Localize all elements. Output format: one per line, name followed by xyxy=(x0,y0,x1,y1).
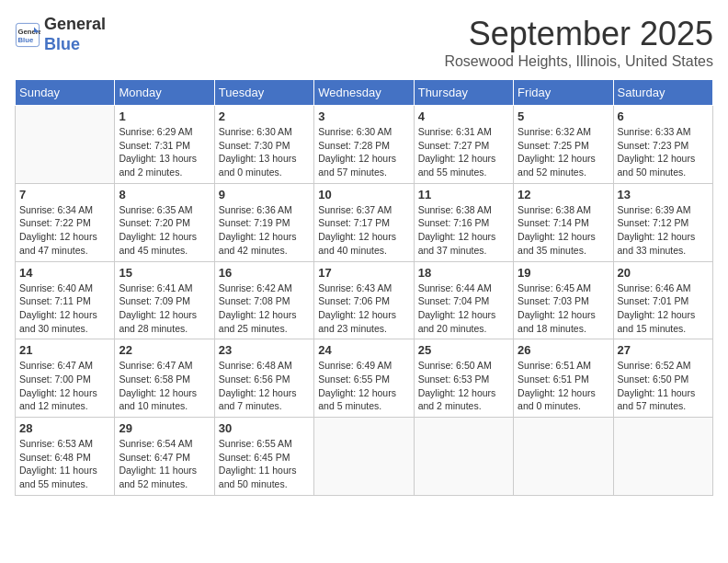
calendar-cell: 15Sunrise: 6:41 AM Sunset: 7:09 PM Dayli… xyxy=(115,261,214,339)
day-number: 14 xyxy=(19,266,110,280)
day-number: 18 xyxy=(418,266,509,280)
day-number: 20 xyxy=(618,266,709,280)
logo-line2: Blue xyxy=(44,35,106,55)
day-info: Sunrise: 6:43 AM Sunset: 7:06 PM Dayligh… xyxy=(318,282,409,336)
calendar-cell xyxy=(613,418,712,496)
calendar-cell: 24Sunrise: 6:49 AM Sunset: 6:55 PM Dayli… xyxy=(314,339,414,418)
day-number: 4 xyxy=(418,109,509,123)
calendar-cell: 21Sunrise: 6:47 AM Sunset: 7:00 PM Dayli… xyxy=(16,339,115,418)
calendar-cell: 19Sunrise: 6:45 AM Sunset: 7:03 PM Dayli… xyxy=(514,261,613,339)
day-info: Sunrise: 6:52 AM Sunset: 6:50 PM Dayligh… xyxy=(618,359,709,413)
calendar-cell: 11Sunrise: 6:38 AM Sunset: 7:16 PM Dayli… xyxy=(414,183,513,261)
calendar-cell: 7Sunrise: 6:34 AM Sunset: 7:22 PM Daylig… xyxy=(16,183,115,261)
day-info: Sunrise: 6:40 AM Sunset: 7:11 PM Dayligh… xyxy=(19,282,110,336)
day-info: Sunrise: 6:37 AM Sunset: 7:17 PM Dayligh… xyxy=(318,203,409,258)
day-info: Sunrise: 6:48 AM Sunset: 6:56 PM Dayligh… xyxy=(219,359,310,413)
day-number: 28 xyxy=(19,421,110,435)
calendar-table: SundayMondayTuesdayWednesdayThursdayFrid… xyxy=(15,79,713,496)
day-info: Sunrise: 6:51 AM Sunset: 6:51 PM Dayligh… xyxy=(518,359,609,413)
day-info: Sunrise: 6:54 AM Sunset: 6:47 PM Dayligh… xyxy=(119,437,210,491)
day-info: Sunrise: 6:30 AM Sunset: 7:30 PM Dayligh… xyxy=(219,125,310,179)
day-number: 6 xyxy=(618,109,709,123)
page-header: General Blue General Blue September 2025… xyxy=(15,15,713,70)
day-number: 13 xyxy=(618,188,709,201)
day-info: Sunrise: 6:32 AM Sunset: 7:25 PM Dayligh… xyxy=(518,125,609,179)
calendar-cell: 3Sunrise: 6:30 AM Sunset: 7:28 PM Daylig… xyxy=(314,106,414,184)
day-number: 26 xyxy=(518,343,609,357)
calendar-cell: 23Sunrise: 6:48 AM Sunset: 6:56 PM Dayli… xyxy=(214,339,313,418)
day-number: 21 xyxy=(19,343,110,357)
weekday-header-saturday: Saturday xyxy=(613,80,712,106)
day-number: 22 xyxy=(119,343,210,357)
day-info: Sunrise: 6:31 AM Sunset: 7:27 PM Dayligh… xyxy=(418,125,509,179)
day-info: Sunrise: 6:38 AM Sunset: 7:16 PM Dayligh… xyxy=(418,203,509,258)
calendar-cell: 25Sunrise: 6:50 AM Sunset: 6:53 PM Dayli… xyxy=(414,339,513,418)
day-info: Sunrise: 6:41 AM Sunset: 7:09 PM Dayligh… xyxy=(119,282,210,336)
calendar-cell: 30Sunrise: 6:55 AM Sunset: 6:45 PM Dayli… xyxy=(214,418,313,496)
title-section: September 2025 Rosewood Heights, Illinoi… xyxy=(444,15,713,70)
calendar-cell: 16Sunrise: 6:42 AM Sunset: 7:08 PM Dayli… xyxy=(214,261,313,339)
calendar-cell: 17Sunrise: 6:43 AM Sunset: 7:06 PM Dayli… xyxy=(314,261,414,339)
calendar-cell: 8Sunrise: 6:35 AM Sunset: 7:20 PM Daylig… xyxy=(115,183,214,261)
weekday-header-row: SundayMondayTuesdayWednesdayThursdayFrid… xyxy=(16,80,713,106)
logo: General Blue General Blue xyxy=(15,15,106,54)
week-row-4: 21Sunrise: 6:47 AM Sunset: 7:00 PM Dayli… xyxy=(16,339,713,418)
calendar-cell xyxy=(414,418,513,496)
calendar-cell: 4Sunrise: 6:31 AM Sunset: 7:27 PM Daylig… xyxy=(414,106,513,184)
day-info: Sunrise: 6:49 AM Sunset: 6:55 PM Dayligh… xyxy=(318,359,409,413)
logo-text: General Blue xyxy=(44,15,106,54)
calendar-cell xyxy=(514,418,613,496)
weekday-header-wednesday: Wednesday xyxy=(314,80,414,106)
month-title: September 2025 xyxy=(444,15,713,53)
day-info: Sunrise: 6:46 AM Sunset: 7:01 PM Dayligh… xyxy=(618,282,709,336)
day-number: 3 xyxy=(318,109,409,123)
weekday-header-friday: Friday xyxy=(514,80,613,106)
weekday-header-thursday: Thursday xyxy=(414,80,513,106)
day-number: 29 xyxy=(119,421,210,435)
calendar-cell: 14Sunrise: 6:40 AM Sunset: 7:11 PM Dayli… xyxy=(16,261,115,339)
calendar-cell: 9Sunrise: 6:36 AM Sunset: 7:19 PM Daylig… xyxy=(214,183,313,261)
day-number: 23 xyxy=(219,343,310,357)
calendar-cell xyxy=(314,418,414,496)
calendar-cell: 13Sunrise: 6:39 AM Sunset: 7:12 PM Dayli… xyxy=(613,183,712,261)
week-row-1: 1Sunrise: 6:29 AM Sunset: 7:31 PM Daylig… xyxy=(16,106,713,184)
day-number: 7 xyxy=(19,188,110,201)
day-info: Sunrise: 6:53 AM Sunset: 6:48 PM Dayligh… xyxy=(19,437,110,491)
week-row-2: 7Sunrise: 6:34 AM Sunset: 7:22 PM Daylig… xyxy=(16,183,713,261)
week-row-5: 28Sunrise: 6:53 AM Sunset: 6:48 PM Dayli… xyxy=(16,418,713,496)
day-info: Sunrise: 6:39 AM Sunset: 7:12 PM Dayligh… xyxy=(618,203,709,258)
calendar-cell: 18Sunrise: 6:44 AM Sunset: 7:04 PM Dayli… xyxy=(414,261,513,339)
day-number: 15 xyxy=(119,266,210,280)
logo-icon: General Blue xyxy=(15,22,40,48)
calendar-cell: 6Sunrise: 6:33 AM Sunset: 7:23 PM Daylig… xyxy=(613,106,712,184)
location: Rosewood Heights, Illinois, United State… xyxy=(444,53,713,70)
weekday-header-sunday: Sunday xyxy=(16,80,115,106)
calendar-cell: 20Sunrise: 6:46 AM Sunset: 7:01 PM Dayli… xyxy=(613,261,712,339)
day-number: 10 xyxy=(318,188,409,201)
day-info: Sunrise: 6:42 AM Sunset: 7:08 PM Dayligh… xyxy=(219,282,310,336)
day-info: Sunrise: 6:55 AM Sunset: 6:45 PM Dayligh… xyxy=(219,437,310,491)
day-number: 1 xyxy=(119,109,210,123)
day-info: Sunrise: 6:38 AM Sunset: 7:14 PM Dayligh… xyxy=(518,203,609,258)
day-number: 5 xyxy=(518,109,609,123)
day-number: 2 xyxy=(219,109,310,123)
day-info: Sunrise: 6:45 AM Sunset: 7:03 PM Dayligh… xyxy=(518,282,609,336)
calendar-cell: 26Sunrise: 6:51 AM Sunset: 6:51 PM Dayli… xyxy=(514,339,613,418)
calendar-cell: 5Sunrise: 6:32 AM Sunset: 7:25 PM Daylig… xyxy=(514,106,613,184)
day-number: 25 xyxy=(418,343,509,357)
day-number: 24 xyxy=(318,343,409,357)
day-info: Sunrise: 6:47 AM Sunset: 7:00 PM Dayligh… xyxy=(19,359,110,413)
weekday-header-tuesday: Tuesday xyxy=(214,80,313,106)
calendar-cell: 29Sunrise: 6:54 AM Sunset: 6:47 PM Dayli… xyxy=(115,418,214,496)
day-info: Sunrise: 6:47 AM Sunset: 6:58 PM Dayligh… xyxy=(119,359,210,413)
day-number: 8 xyxy=(119,188,210,201)
svg-text:Blue: Blue xyxy=(18,36,34,44)
day-number: 12 xyxy=(518,188,609,201)
day-info: Sunrise: 6:50 AM Sunset: 6:53 PM Dayligh… xyxy=(418,359,509,413)
day-info: Sunrise: 6:36 AM Sunset: 7:19 PM Dayligh… xyxy=(219,203,310,258)
day-info: Sunrise: 6:34 AM Sunset: 7:22 PM Dayligh… xyxy=(19,203,110,258)
day-info: Sunrise: 6:33 AM Sunset: 7:23 PM Dayligh… xyxy=(618,125,709,179)
calendar-cell: 28Sunrise: 6:53 AM Sunset: 6:48 PM Dayli… xyxy=(16,418,115,496)
day-number: 19 xyxy=(518,266,609,280)
calendar-cell: 22Sunrise: 6:47 AM Sunset: 6:58 PM Dayli… xyxy=(115,339,214,418)
